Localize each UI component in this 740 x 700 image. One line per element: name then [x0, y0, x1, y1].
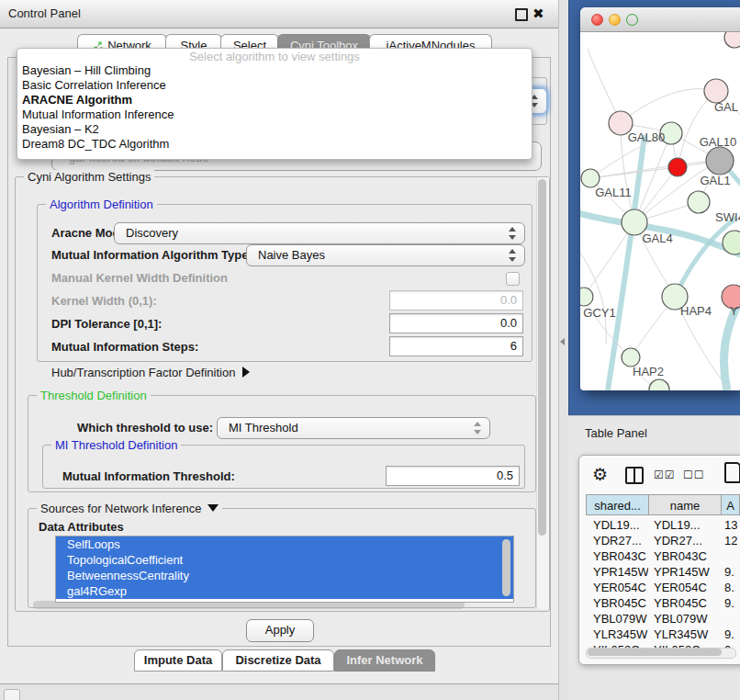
- algorithm-option[interactable]: ARACNE Algorithm: [17, 93, 532, 107]
- kernel-width-label: Kernel Width (0,1):: [51, 294, 157, 308]
- mi-steps-field[interactable]: 6: [389, 336, 523, 356]
- table-row[interactable]: YBL079WYBL079W: [586, 611, 740, 627]
- tab-discretize-data[interactable]: Discretize Data: [222, 649, 334, 672]
- control-panel-title: Control Panel: [8, 0, 81, 27]
- combo-arrows-icon: [509, 227, 517, 240]
- table-row[interactable]: YBR045CYBR045C9.: [586, 595, 740, 611]
- control-panel-titlebar: Control Panel ✖: [0, 0, 558, 28]
- network-node-gcy1[interactable]: [580, 288, 593, 306]
- settings-vertical-scrollbar-thumb[interactable]: [538, 179, 546, 536]
- network-node-gal10[interactable]: [706, 147, 734, 175]
- data-attribute-item[interactable]: BetweennessCentrality: [56, 568, 513, 583]
- table-panel-title: Table Panel: [585, 426, 647, 440]
- algorithm-option[interactable]: Mutual Information Inference: [17, 107, 532, 122]
- table-cell: 9.: [721, 564, 734, 580]
- mi-threshold-definition-title: MI Threshold Definition: [51, 438, 181, 452]
- table-row[interactable]: YDR27...YDR27...12: [586, 533, 740, 548]
- table-sheet-icon[interactable]: [724, 462, 740, 483]
- sources-title-text: Sources for Network Inference: [40, 502, 202, 515]
- table-row[interactable]: YDL19...YDL19...13: [586, 517, 740, 533]
- dpi-tolerance-label: DPI Tolerance [0,1]:: [51, 317, 162, 331]
- minimize-window-icon[interactable]: [609, 14, 621, 26]
- mi-threshold-label: Mutual Information Threshold:: [62, 469, 235, 483]
- table-row[interactable]: YER054CYER054C8.: [586, 580, 740, 595]
- tab-impute-data-label: Impute Data: [144, 653, 212, 667]
- tab-infer-network[interactable]: Infer Network: [334, 649, 435, 672]
- which-threshold-combobox[interactable]: MI Threshold: [217, 417, 490, 439]
- hub-factor-label: Hub/Transcription Factor Definition: [51, 366, 235, 379]
- algorithm-option[interactable]: Bayesian – Hill Climbing: [17, 63, 532, 78]
- table-row[interactable]: YBR043CYBR043C: [586, 548, 740, 564]
- which-threshold-label: Which threshold to use:: [77, 421, 213, 435]
- close-window-icon[interactable]: [591, 14, 603, 26]
- tab-infer-network-label: Infer Network: [346, 653, 422, 667]
- splitter-collapse-icon[interactable]: [560, 338, 565, 345]
- column-header-shared[interactable]: shared...: [586, 494, 648, 515]
- mi-steps-label: Mutual Information Steps:: [51, 340, 198, 354]
- node-label: HAP4: [680, 304, 712, 318]
- network-node[interactable]: [724, 32, 740, 48]
- data-attribute-item[interactable]: SelfLoops: [56, 536, 513, 552]
- algorithm-option[interactable]: Basic Correlation Inference: [17, 78, 532, 93]
- mi-threshold-field[interactable]: 0.5: [386, 466, 520, 486]
- network-node-gal1[interactable]: [688, 191, 710, 213]
- manual-kernel-width-label: Manual Kernel Width Definition: [51, 271, 228, 285]
- table-rows[interactable]: YDL19...YDL19...13YDR27...YDR27...12YBR0…: [586, 517, 740, 648]
- mi-algorithm-type-combobox[interactable]: Naive Bayes: [246, 244, 525, 266]
- aracne-mode-value: Discovery: [126, 223, 178, 243]
- sources-group-title: Sources for Network Inference: [37, 502, 222, 515]
- expand-right-icon[interactable]: [242, 367, 250, 378]
- table-cell: YPR145W: [648, 564, 721, 580]
- data-attributes-label: Data Attributes: [39, 520, 124, 534]
- cyni-algorithm-settings-title: Cyni Algorithm Settings: [24, 170, 154, 184]
- algorithm-option[interactable]: Dream8 DC_TDC Algorithm: [17, 137, 532, 152]
- column-header-third[interactable]: A: [721, 494, 740, 515]
- algorithm-dropdown-list: Bayesian – Hill ClimbingBasic Correlatio…: [17, 63, 532, 152]
- algorithm-definition-title: Algorithm Definition: [46, 198, 157, 211]
- table-horizontal-scrollbar-thumb[interactable]: [588, 649, 722, 656]
- float-panel-icon[interactable]: [515, 8, 528, 21]
- checked-columns-icon[interactable]: ☑☑: [654, 469, 676, 481]
- unchecked-columns-icon[interactable]: ☐☐: [683, 469, 705, 481]
- table-cell: 8.: [721, 580, 734, 595]
- algorithm-option[interactable]: Bayesian – K2: [17, 122, 532, 137]
- table-cell: YLR345W: [586, 627, 648, 642]
- zoom-window-icon[interactable]: [626, 14, 638, 26]
- table-cell: YBL079W: [586, 611, 648, 627]
- aracne-mode-combobox[interactable]: Discovery: [114, 222, 525, 244]
- table-row[interactable]: YLR345WYLR345W9.: [586, 627, 740, 642]
- kernel-width-field[interactable]: 0.0: [389, 290, 523, 310]
- node-label: GCY1: [583, 306, 615, 320]
- network-canvas[interactable]: GALGAL80GAL10GAL11GAL1SWI4GAL4GCY1HAP4YH…: [580, 32, 740, 390]
- column-header-name[interactable]: name: [648, 494, 721, 515]
- table-cell: YDR27...: [586, 533, 648, 548]
- close-panel-icon[interactable]: ✖: [533, 5, 544, 23]
- tab-impute-data[interactable]: Impute Data: [134, 649, 222, 672]
- table-cell: 9.: [721, 627, 734, 642]
- gear-icon[interactable]: ⚙: [592, 464, 608, 484]
- network-node-hap2[interactable]: [622, 348, 640, 367]
- table-row[interactable]: YPR145WYPR145W9.: [586, 564, 740, 580]
- network-node[interactable]: [649, 379, 669, 390]
- table-cell: YER054C: [648, 580, 721, 595]
- network-node[interactable]: [668, 158, 687, 176]
- data-attribute-item[interactable]: TopologicalCoefficient: [56, 552, 513, 568]
- data-attribute-item[interactable]: gal4RGexp: [56, 583, 513, 599]
- dpi-tolerance-field[interactable]: 0.0: [389, 313, 523, 333]
- hub-factor-section[interactable]: Hub/Transcription Factor Definition: [51, 366, 250, 379]
- apply-button[interactable]: Apply: [246, 619, 314, 642]
- list-scrollbar-thumb[interactable]: [502, 539, 510, 596]
- minimized-panel-icon[interactable]: [4, 689, 20, 700]
- table-cell: YLR345W: [648, 627, 721, 642]
- node-label: GAL80: [628, 130, 665, 144]
- network-window[interactable]: GALGAL80GAL10GAL11GAL1SWI4GAL4GCY1HAP4YH…: [580, 7, 740, 390]
- mi-algorithm-type-label: Mutual Information Algorithm Type:: [51, 248, 252, 262]
- collapse-down-icon[interactable]: [207, 504, 219, 512]
- network-window-titlebar[interactable]: [580, 7, 740, 32]
- data-attributes-list[interactable]: SelfLoopsTopologicalCoefficientBetweenne…: [55, 536, 514, 603]
- manual-kernel-width-checkbox[interactable]: [506, 272, 520, 286]
- node-label: GAL11: [595, 186, 632, 199]
- which-threshold-value: MI Threshold: [229, 418, 298, 438]
- columns-icon[interactable]: [625, 467, 644, 484]
- network-node-gal11[interactable]: [581, 169, 600, 187]
